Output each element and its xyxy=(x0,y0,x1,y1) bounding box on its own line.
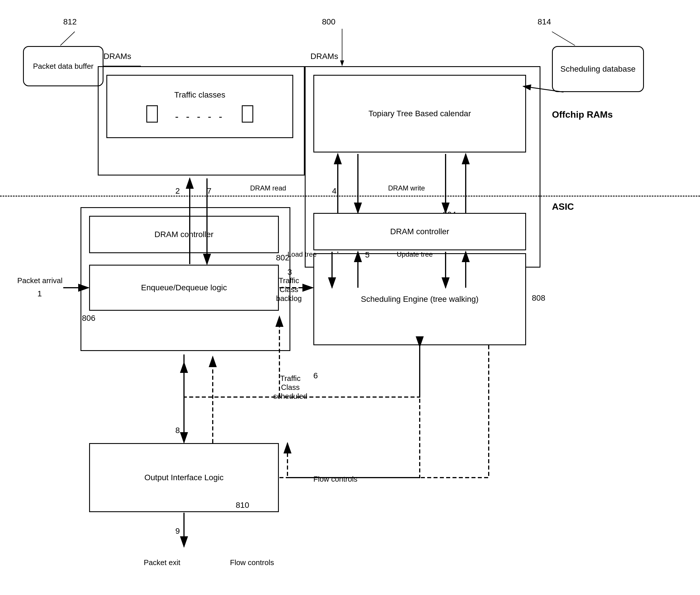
packet-data-buffer: Packet data buffer xyxy=(23,46,103,86)
num-3: 3 xyxy=(287,267,292,277)
num-9: 9 xyxy=(175,527,180,536)
ref-814: 814 xyxy=(538,17,551,26)
ref-800: 800 xyxy=(322,17,335,26)
scheduling-engine-box: Scheduling Engine (tree walking) xyxy=(313,253,526,345)
packet-exit-label: Packet exit xyxy=(144,558,180,567)
svg-line-22 xyxy=(60,32,75,46)
flow-controls-main-label: Flow controls xyxy=(230,558,274,567)
drams-left-label: DRAMs xyxy=(103,52,131,61)
ref-812: 812 xyxy=(63,17,77,26)
topiary-tree-box: Topiary Tree Based calendar xyxy=(313,75,526,152)
ref-808: 808 xyxy=(532,293,545,303)
flow-controls-bottom-label: Flow controls xyxy=(313,475,357,484)
num-1: 1 xyxy=(37,289,42,299)
num-6: 6 xyxy=(313,371,318,380)
svg-line-24 xyxy=(552,32,575,46)
traffic-class-scheduled-label: Traffic Class scheduled xyxy=(270,374,310,401)
num-2: 2 xyxy=(175,187,180,196)
offchip-rams-label: Offchip RAMs xyxy=(552,109,613,120)
traffic-class-backlog-label: Traffic Class backlog xyxy=(270,276,308,303)
dram-controller-left: DRAM controller xyxy=(89,216,279,253)
num-5: 5 xyxy=(365,250,370,259)
update-tree-label: Update tree xyxy=(397,250,433,258)
enqueue-dequeue-box: Enqueue/Dequeue logic xyxy=(89,265,279,311)
ref-806: 806 xyxy=(82,314,95,323)
dram-write-label: DRAM write xyxy=(388,184,425,192)
asic-label: ASIC xyxy=(552,201,574,212)
load-tree-label: Load tree xyxy=(287,250,316,258)
num-7: 7 xyxy=(207,187,212,196)
packet-arrival-label: Packet arrival xyxy=(17,276,63,285)
traffic-classes-box: Traffic classes - - - - - xyxy=(106,75,293,138)
scheduling-database: Scheduling database xyxy=(552,46,644,92)
dram-read-label: DRAM read xyxy=(250,184,286,192)
drams-right-label: DRAMs xyxy=(310,52,338,61)
asic-divider xyxy=(0,196,700,197)
dram-controller-right: DRAM controller xyxy=(313,213,526,250)
ref-810: 810 xyxy=(236,501,249,510)
num-4: 4 xyxy=(332,187,337,196)
num-8: 8 xyxy=(175,426,180,435)
output-interface-box: Output Interface Logic xyxy=(89,443,279,512)
